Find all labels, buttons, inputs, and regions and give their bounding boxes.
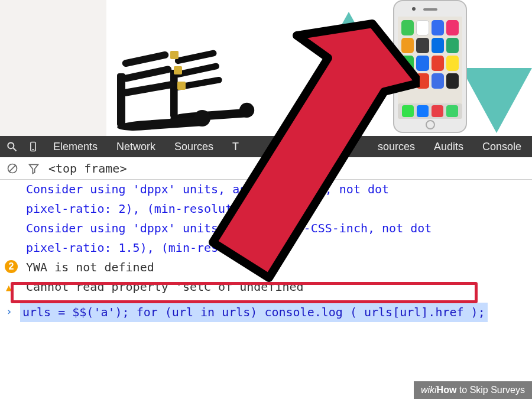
console-input-code[interactable]: urls = $$('a'); for (url in urls) consol… (20, 303, 488, 322)
svg-line-5 (9, 165, 16, 172)
svg-point-0 (8, 142, 14, 148)
console-message: pixel-ratio: 1.5), (min-reso (0, 238, 532, 258)
console-input-row[interactable]: › urls = $$('a'); for (url in urls) cons… (0, 299, 532, 326)
filter-icon[interactable] (27, 162, 40, 175)
console-message: Consider using 'dppx' units, as r-CSS-in… (0, 180, 532, 199)
console-warning-text: YWA is not defined (26, 260, 154, 274)
tab-console[interactable]: Console (476, 141, 527, 153)
search-icon[interactable] (5, 140, 19, 154)
chevron-right-icon: › (6, 304, 12, 319)
tab-elements[interactable]: Elements (47, 141, 103, 153)
product-image-phone (343, 0, 514, 133)
watermark-how: How (437, 385, 457, 395)
tab-audits[interactable]: Audits (428, 141, 469, 153)
devtools-tabbar: Elements Network Sources T sources Audit… (0, 136, 532, 157)
console-warning: ▲ Cannot read property 'setC of undefine… (0, 277, 532, 297)
svg-line-1 (14, 148, 17, 151)
console-warning-text: Cannot read property 'setC of undefined (26, 280, 304, 294)
console-toolbar: <top frame> (0, 157, 532, 180)
tab-sources[interactable]: Sources (168, 141, 219, 153)
console-output: Consider using 'dppx' units, as r-CSS-in… (0, 180, 532, 326)
watermark-brand: wiki (421, 385, 437, 395)
warning-icon: ▲ (6, 281, 12, 294)
frame-selector[interactable]: <top frame> (48, 161, 126, 176)
console-message: pixel-ratio: 2), (min-resoluti (0, 199, 532, 219)
svg-marker-6 (30, 164, 38, 173)
tab-timeline-partial[interactable]: T (226, 141, 245, 153)
watermark-text: to Skip Surveys (456, 385, 525, 395)
product-image-shoes (106, 0, 272, 130)
product-banner (106, 0, 532, 136)
tab-resources-partial[interactable]: sources (372, 141, 421, 153)
console-warning: 2 YWA is not defined (0, 258, 532, 277)
clear-console-icon[interactable] (6, 162, 19, 175)
tab-network[interactable]: Network (111, 141, 161, 153)
device-toggle-icon[interactable] (26, 140, 40, 154)
webpage-content-area (0, 0, 532, 136)
warning-count-badge: 2 (5, 260, 18, 273)
console-message: Consider using 'dppx' units, s dots-per-… (0, 219, 532, 238)
watermark: wikiHow to Skip Surveys (414, 381, 532, 399)
